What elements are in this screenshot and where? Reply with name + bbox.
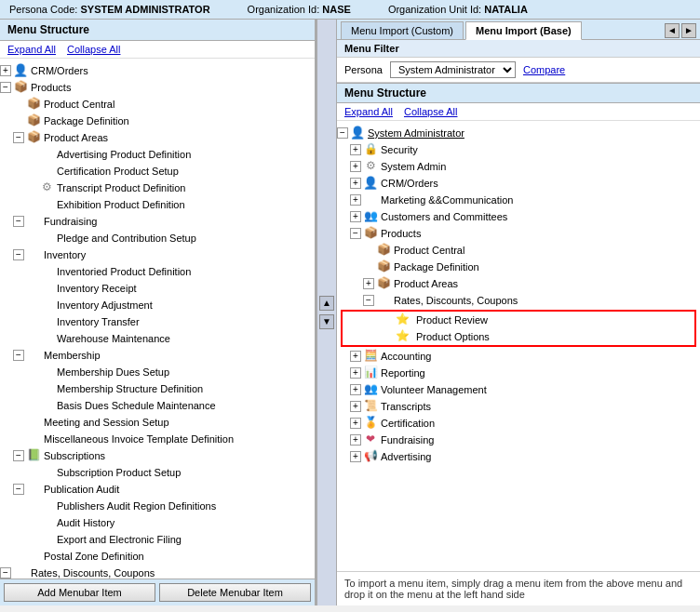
expand-icon[interactable]: −: [13, 132, 24, 143]
right-expand-all[interactable]: Expand All: [344, 106, 393, 117]
expand-icon[interactable]: −: [13, 249, 24, 260]
tree-item[interactable]: +👤CRM/Orders: [0, 62, 315, 79]
add-menubar-item-button[interactable]: Add Menubar Item: [4, 583, 155, 602]
expand-icon[interactable]: +: [0, 65, 11, 76]
expand-icon[interactable]: −: [0, 82, 11, 93]
expand-icon[interactable]: −: [337, 127, 348, 139]
tree-item[interactable]: +⚙System Admin: [337, 158, 700, 175]
tree-item[interactable]: Audit History: [0, 514, 315, 531]
expand-icon[interactable]: +: [350, 367, 361, 379]
tree-item[interactable]: Postal Zone Definition: [0, 548, 315, 565]
tree-item[interactable]: Publishers Audit Region Definitions: [0, 498, 315, 514]
node-label: Rates, Discounts, Coupons: [394, 295, 518, 306]
node-icon: 📦: [26, 130, 41, 145]
tree-item[interactable]: Export and Electronic Filing: [0, 531, 315, 548]
tree-item[interactable]: ⭐Product Options: [343, 328, 694, 345]
tree-item[interactable]: Membership Dues Setup: [0, 364, 315, 380]
tree-item[interactable]: +Marketing &&Communication: [337, 192, 700, 208]
delete-menubar-item-button[interactable]: Delete Menubar Item: [159, 583, 311, 602]
tree-item[interactable]: +📊Reporting: [337, 365, 700, 381]
tree-item[interactable]: 📦Package Definition: [0, 113, 315, 129]
expand-icon[interactable]: +: [363, 278, 374, 289]
tree-item[interactable]: Certification Product Setup: [0, 163, 315, 180]
right-collapse-all[interactable]: Collapse All: [404, 106, 457, 117]
tree-item[interactable]: +📜Transcripts: [337, 398, 700, 415]
tab-prev-button[interactable]: ◄: [665, 23, 680, 38]
scroll-down-button[interactable]: ▼: [319, 314, 334, 329]
tree-item[interactable]: 📦Product Central: [0, 96, 315, 113]
expand-icon[interactable]: −: [13, 216, 24, 227]
node-label: Product Options: [412, 330, 493, 343]
tree-item[interactable]: Membership Structure Definition: [0, 380, 315, 397]
tree-item[interactable]: Advertising Product Definition: [0, 146, 315, 163]
tree-item[interactable]: Exhibition Product Definition: [0, 196, 315, 213]
tree-item[interactable]: +📦Product Areas: [337, 275, 700, 292]
tree-item[interactable]: −Membership: [0, 347, 315, 364]
tree-item[interactable]: Meeting and Session Setup: [0, 414, 315, 431]
expand-icon[interactable]: −: [13, 484, 24, 495]
expand-icon[interactable]: +: [350, 434, 361, 446]
tree-item[interactable]: Inventory Transfer: [0, 313, 315, 330]
tree-item[interactable]: +🧮Accounting: [337, 348, 700, 365]
tree-item[interactable]: −📦Products: [337, 225, 700, 242]
expand-icon[interactable]: +: [350, 194, 361, 206]
tree-item[interactable]: +🔒Security: [337, 141, 700, 158]
tree-item[interactable]: Warehouse Maintenance: [0, 330, 315, 347]
tree-item[interactable]: +🏅Certification: [337, 415, 700, 432]
expand-icon[interactable]: +: [350, 401, 361, 412]
tree-item[interactable]: +👤CRM/Orders: [337, 175, 700, 192]
tree-item[interactable]: −Inventory: [0, 246, 315, 263]
scroll-up-button[interactable]: ▲: [319, 296, 334, 311]
tree-item[interactable]: Inventory Receipt: [0, 280, 315, 297]
tree-item[interactable]: −📗Subscriptions: [0, 447, 315, 464]
expand-icon[interactable]: −: [0, 567, 11, 579]
tree-item[interactable]: Basis Dues Schedule Maintenance: [0, 397, 315, 414]
tree-item[interactable]: −Rates, Discounts, Coupons: [337, 292, 700, 309]
node-label: Accounting: [381, 351, 431, 362]
tab-menu-import-custom[interactable]: Menu Import (Custom): [341, 21, 464, 39]
expand-icon[interactable]: +: [350, 144, 361, 155]
expand-icon[interactable]: +: [350, 451, 361, 462]
expand-icon[interactable]: −: [363, 295, 374, 306]
tree-item[interactable]: −📦Product Areas: [0, 129, 315, 146]
expand-icon[interactable]: +: [350, 161, 361, 172]
tree-item[interactable]: −Rates, Discounts, Coupons: [0, 565, 315, 579]
left-expand-all[interactable]: Expand All: [7, 44, 56, 55]
tree-item[interactable]: Pledge and Contribution Setup: [0, 230, 315, 246]
tree-item[interactable]: −Fundraising: [0, 213, 315, 230]
tab-next-button[interactable]: ►: [681, 23, 696, 38]
persona-filter-select[interactable]: System Administrator General User: [390, 61, 516, 78]
expand-icon[interactable]: +: [350, 351, 361, 362]
tree-item[interactable]: +📢Advertising: [337, 448, 700, 465]
node-label: Product Areas: [394, 278, 458, 289]
tree-item[interactable]: +👥Volunteer Management: [337, 381, 700, 398]
expand-icon[interactable]: −: [13, 450, 24, 461]
tree-item[interactable]: 📦Product Central: [337, 242, 700, 259]
tree-item[interactable]: +❤Fundraising: [337, 432, 700, 448]
tree-item[interactable]: −👤System Administrator: [337, 125, 700, 141]
expand-icon[interactable]: +: [350, 211, 361, 222]
left-collapse-all[interactable]: Collapse All: [67, 44, 120, 55]
tab-menu-import-base[interactable]: Menu Import (Base): [465, 21, 582, 40]
node-label: Volunteer Management: [381, 384, 487, 395]
tree-item[interactable]: Inventoried Product Definition: [0, 263, 315, 280]
tree-item[interactable]: ⚙Transcript Product Definition: [0, 180, 315, 196]
compare-link[interactable]: Compare: [523, 64, 565, 75]
tree-item[interactable]: Inventory Adjustment: [0, 297, 315, 313]
node-icon: [39, 532, 54, 547]
tree-item[interactable]: 📦Package Definition: [337, 259, 700, 275]
tree-item[interactable]: Miscellaneous Invoice Template Definitio…: [0, 431, 315, 447]
tree-item[interactable]: −📦Products: [0, 79, 315, 96]
expand-icon[interactable]: +: [350, 384, 361, 395]
tree-item[interactable]: −Publication Audit: [0, 481, 315, 498]
expand-icon[interactable]: −: [13, 350, 24, 361]
node-icon: 📦: [363, 226, 378, 241]
tree-item[interactable]: Subscription Product Setup: [0, 464, 315, 481]
tree-item[interactable]: +👥Customers and Committees: [337, 208, 700, 225]
expand-icon[interactable]: +: [350, 418, 361, 429]
tree-item[interactable]: ⭐Product Review: [343, 312, 694, 328]
node-label: Inventory Receipt: [57, 283, 137, 294]
node-icon: [39, 281, 54, 296]
expand-icon[interactable]: −: [350, 228, 361, 239]
expand-icon[interactable]: +: [350, 178, 361, 189]
